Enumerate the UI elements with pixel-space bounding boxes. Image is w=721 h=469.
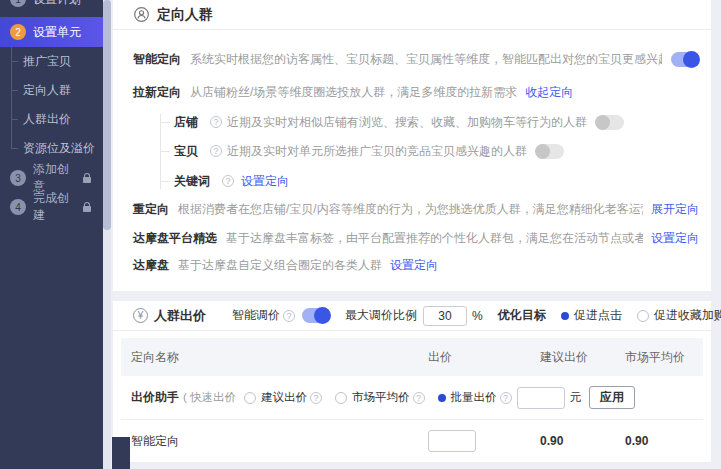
sidebar-step-plan[interactable]: 1 设置计划 — [0, 0, 103, 14]
main-content: 定向人群 智能定向 系统实时根据您的访客属性、宝贝标题、宝贝属性等维度，智能匹配… — [111, 0, 721, 469]
dmp-row: 达摩盘 基于达摩盘自定义组合圈定的各类人群 设置定向 — [133, 257, 699, 273]
sidebar-scrollbar-track[interactable] — [103, 0, 111, 469]
smart-bid-input[interactable] — [428, 430, 476, 452]
bid-table-header: 定向名称 出价 建议出价 市场平均价 — [121, 338, 703, 376]
yuan-unit: 元 — [570, 390, 582, 405]
sidebar-step-finish[interactable]: 4 完成创建 — [0, 192, 103, 222]
item-targeting-row: 宝贝 ? 近期及实时对单元所选推广宝贝的竞品宝贝感兴趣的人群 — [161, 143, 699, 159]
bidding-card-title: 人群出价 — [154, 307, 206, 325]
help-icon[interactable]: ? — [310, 392, 322, 404]
lock-icon — [82, 202, 91, 212]
dmp-label: 达摩盘 — [133, 257, 169, 274]
help-icon[interactable]: ? — [210, 145, 222, 157]
dmp-featured-row: 达摩盘平台精选 基于达摩盘丰富标签，由平台配置推荐的个性化人群包，满足您在活动节… — [133, 230, 699, 246]
step-number-badge: 2 — [10, 24, 26, 40]
item-desc: 近期及实时对单元所选推广宝贝的竞品宝贝感兴趣的人群 — [227, 143, 527, 160]
assistant-option-market[interactable]: 市场平均价 ? — [335, 390, 430, 405]
sidebar-step-unit-active[interactable]: 2 设置单元 — [0, 17, 103, 47]
dmp-featured-set-link[interactable]: 设置定向 — [651, 230, 699, 247]
new-customer-desc: 从店铺粉丝/场景等维度圈选投放人群，满足多维度的拉新需求 — [190, 84, 517, 101]
bid-assistant-label: 出价助手 — [131, 389, 179, 406]
smart-targeting-row: 智能定向 系统实时根据您的访客属性、宝贝标题、宝贝属性等维度，智能匹配出对您的宝… — [133, 51, 699, 67]
smart-targeting-label: 智能定向 — [133, 51, 181, 68]
assistant-option-batch[interactable]: 批量出价 ? — [438, 390, 517, 405]
smart-targeting-desc: 系统实时根据您的访客属性、宝贝标题、宝贝属性等维度，智能匹配出对您的宝贝更感兴趣… — [190, 51, 662, 68]
subitem-label: 定向人群 — [23, 82, 71, 99]
step-number-badge: 3 — [10, 170, 26, 186]
retargeting-row: 重定向 根据消费者在您店铺/宝贝/内容等维度的行为，为您挑选优质人群，满足您精细… — [133, 201, 699, 217]
retargeting-desc: 根据消费者在您店铺/宝贝/内容等维度的行为，为您挑选优质人群，满足您精细化老客运… — [178, 201, 643, 218]
goal-option-favorite-cart[interactable]: 促进收藏加购 — [637, 307, 721, 324]
col-header-market: 市场平均价 — [625, 349, 703, 366]
floating-widget[interactable] — [112, 437, 130, 469]
assistant-option-label: 市场平均价 — [352, 390, 410, 405]
help-icon[interactable]: ? — [222, 175, 234, 187]
collapse-targeting-link[interactable]: 收起定向 — [525, 84, 573, 101]
goal-option-click[interactable]: 促进点击 — [561, 307, 622, 324]
assistant-option-label: 批量出价 — [451, 390, 497, 405]
shop-desc: 近期及实时对相似店铺有浏览、搜索、收藏、加购物车等行为的人群 — [227, 114, 587, 131]
quick-bid-prefix: ( 快速出价 — [183, 390, 236, 405]
sidebar-item-audience-bid[interactable]: 人群出价 — [0, 105, 103, 134]
smart-adjust-toggle[interactable] — [302, 308, 330, 323]
radio-unselected-icon — [244, 392, 256, 404]
bid-row-name: 智能定向 — [121, 433, 428, 450]
smart-adjust-label: 智能调价 — [232, 307, 280, 324]
batch-bid-input[interactable] — [517, 387, 565, 409]
audience-icon — [133, 6, 150, 23]
expand-targeting-link[interactable]: 展开定向 — [651, 201, 699, 218]
keyword-label: 关键词 — [174, 173, 210, 190]
bid-table: 定向名称 出价 建议出价 市场平均价 出价助手 ( 快速出价 建议出价 ? 市场… — [121, 338, 703, 462]
shop-targeting-row: 店铺 ? 近期及实时对相似店铺有浏览、搜索、收藏、加购物车等行为的人群 — [161, 114, 699, 130]
step-number-badge: 1 — [10, 0, 26, 7]
percent-sign: % — [472, 309, 483, 323]
new-customer-targeting-row: 拉新定向 从店铺粉丝/场景等维度圈选投放人群，满足多维度的拉新需求 收起定向 — [133, 84, 699, 100]
targeting-card-header: 定向人群 — [113, 0, 711, 30]
dmp-featured-label: 达摩盘平台精选 — [133, 230, 217, 247]
apply-button[interactable]: 应用 — [589, 386, 635, 409]
col-header-suggested: 建议出价 — [540, 349, 625, 366]
targeting-card: 定向人群 智能定向 系统实时根据您的访客属性、宝贝标题、宝贝属性等维度，智能匹配… — [113, 0, 711, 291]
new-customer-subgroup: 店铺 ? 近期及实时对相似店铺有浏览、搜索、收藏、加购物车等行为的人群 宝贝 ?… — [160, 114, 699, 189]
sidebar-item-promote-item[interactable]: 推广宝贝 — [0, 47, 103, 76]
help-icon[interactable]: ? — [413, 392, 425, 404]
retargeting-label: 重定向 — [133, 201, 169, 218]
help-icon[interactable]: ? — [500, 392, 512, 404]
help-icon[interactable]: ? — [210, 116, 222, 128]
assistant-option-suggested[interactable]: 建议出价 ? — [244, 390, 327, 405]
shop-targeting-toggle[interactable] — [596, 115, 624, 130]
radio-selected-icon — [561, 312, 569, 320]
radio-unselected-icon — [637, 310, 649, 322]
sidebar-item-targeting[interactable]: 定向人群 — [0, 76, 103, 105]
shop-label: 店铺 — [174, 114, 198, 131]
dmp-featured-desc: 基于达摩盘丰富标签，由平台配置推荐的个性化人群包，满足您在活动节点或者行业上的圈… — [226, 230, 643, 247]
goal-option-label: 促进点击 — [574, 307, 622, 324]
col-header-bid: 出价 — [428, 349, 540, 366]
smart-targeting-toggle[interactable] — [671, 52, 699, 67]
step-label: 完成创建 — [33, 190, 75, 224]
max-ratio-input[interactable] — [423, 306, 467, 326]
sidebar-step-creative[interactable]: 3 添加创意 — [0, 163, 103, 193]
keyword-set-targeting-link[interactable]: 设置定向 — [241, 173, 289, 190]
new-customer-label: 拉新定向 — [133, 84, 181, 101]
dmp-set-link[interactable]: 设置定向 — [390, 257, 438, 274]
goal-option-label: 促进收藏加购 — [654, 307, 721, 324]
item-targeting-toggle[interactable] — [536, 144, 564, 159]
item-label: 宝贝 — [174, 143, 198, 160]
wizard-sidebar: 1 设置计划 2 设置单元 推广宝贝 定向人群 人群出价 资源位及溢价 3 添加… — [0, 0, 103, 469]
suggested-bid-value: 0.90 — [540, 434, 625, 448]
max-ratio-label: 最大调价比例 — [345, 307, 417, 324]
dmp-desc: 基于达摩盘自定义组合圈定的各类人群 — [178, 257, 382, 274]
assistant-option-label: 建议出价 — [261, 390, 307, 405]
sidebar-scrollbar-thumb[interactable] — [103, 0, 111, 230]
targeting-card-title: 定向人群 — [157, 6, 213, 24]
optimize-goal-label: 优化目标 — [498, 307, 546, 324]
help-icon[interactable]: ? — [283, 310, 295, 322]
bid-assistant-row: 出价助手 ( 快速出价 建议出价 ? 市场平均价 ? 批量出价 ? — [121, 376, 703, 420]
step-label: 设置单元 — [33, 24, 81, 41]
subitem-label: 人群出价 — [23, 111, 71, 128]
sidebar-item-placement-premium[interactable]: 资源位及溢价 — [0, 134, 103, 163]
step-label: 设置计划 — [33, 0, 81, 8]
smart-targeting-bid-row: 智能定向 0.90 0.90 — [121, 420, 703, 462]
bidding-card-header: ¥ 人群出价 智能调价 ? 最大调价比例 % 优化目标 促进点击 促进收藏加购 … — [113, 301, 711, 331]
